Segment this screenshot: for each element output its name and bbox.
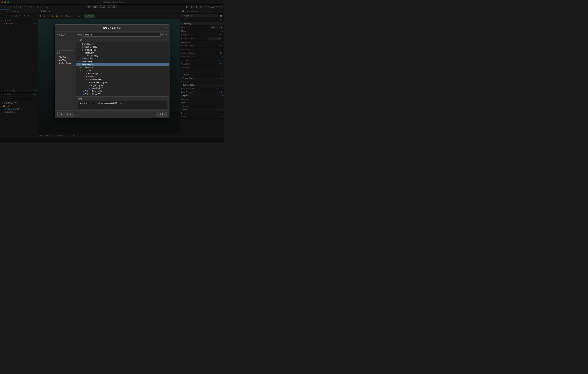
rb-node-label: RigidBody: [85, 52, 94, 54]
expand-arrow: ▾: [79, 67, 80, 68]
physicsbody-icon: ○: [80, 43, 81, 45]
node-tree: ▾ ○ PhysicsBody ♦ KinematicBody ♦ Physic…: [76, 42, 169, 96]
pb2d-label: PhysicsBody2D: [89, 78, 103, 81]
sb2d-label: StaticBody2D: [91, 87, 103, 89]
description-panel: 説明: Node that represents collision shape…: [76, 96, 169, 110]
modal-body: お気に入り: 最近: ♦ RigidBody ■ CSGBox ○ Collis…: [55, 32, 169, 110]
node2d-label: Node2D: [84, 69, 91, 72]
kinematic-icon: ♦: [82, 46, 83, 48]
canvas-label: CanvasItem: [83, 66, 93, 69]
node-staticbody[interactable]: ■ StaticBody: [76, 57, 169, 60]
modal-overlay: Node を新規作成 ✕ お気に入り: 最近: ♦ RigidBody ■ CS…: [0, 0, 224, 142]
recent-rb-icon: ♦: [57, 56, 58, 58]
node-rigidbody2d[interactable]: ○ RigidBody2D: [76, 84, 169, 87]
expand-arrow: ▾: [79, 43, 80, 45]
node-physicsbody[interactable]: ▾ ○ PhysicsBody: [76, 43, 169, 45]
recent-cs-icon: ○: [57, 62, 59, 64]
static-label: StaticBody: [84, 58, 93, 60]
static-icon: ■: [82, 58, 83, 60]
node2d-icon: ○: [82, 69, 83, 72]
area2d-label: Area2D: [88, 75, 94, 78]
collpoly-label: CollisionPolygon: [79, 61, 94, 63]
node-collshape2d[interactable]: ■ CollisionShape2D: [76, 93, 169, 96]
match-label: 一致:: [76, 38, 169, 42]
node-node2d[interactable]: ▾ ○ Node2D: [76, 69, 169, 72]
node-canvasitem[interactable]: ▾ ✏ CanvasItem: [76, 66, 169, 69]
cs2d-label: CollisionShape2D: [85, 93, 100, 95]
kb2d-icon: ♦: [89, 81, 90, 84]
expand-arrow: ▾: [82, 52, 83, 54]
physbone-icon: ♦: [82, 49, 83, 51]
vehicle-label: VehicleBody: [87, 55, 98, 57]
sb2d-icon: ■: [89, 87, 90, 89]
node-vehiclebody[interactable]: ♦ VehicleBody: [76, 54, 169, 57]
recent-label: 最近:: [57, 52, 74, 54]
rb2d-label: RigidBody2D: [91, 84, 103, 86]
node-collisionshape[interactable]: ○ CollisionShape: [76, 63, 169, 66]
recent-csg-label: CSGBox: [59, 59, 66, 61]
cancel-button[interactable]: キャンセル: [57, 112, 74, 117]
search-row: 検索: ✕ ☆: [76, 32, 169, 38]
recent-cs-label: CollisionShape: [59, 62, 71, 64]
physbone-label: PhysicalBone: [84, 49, 96, 51]
modal-left: お気に入り: 最近: ♦ RigidBody ■ CSGBox ○ Collis…: [55, 32, 76, 110]
desc-text: Node that represents collision shape dat…: [78, 101, 167, 109]
recent-csg-icon: ■: [57, 59, 59, 61]
area2d-icon: ♦: [86, 75, 87, 78]
node-rigidbody[interactable]: ▾ ♦ RigidBody: [76, 51, 169, 54]
kb2d-label: KinematicBody2D: [91, 81, 107, 84]
search-label: 検索:: [78, 33, 82, 36]
node-staticbody2d[interactable]: ■ StaticBody2D: [76, 87, 169, 90]
recent-collisionshape[interactable]: ○ CollisionShape: [57, 62, 74, 64]
search-star-btn[interactable]: ☆: [165, 33, 167, 36]
recent-csgbox[interactable]: ■ CSGBox: [57, 59, 74, 62]
node-collisionpolygon[interactable]: ■ CollisionPolygon: [76, 60, 169, 63]
expand-arrow: ▾: [86, 78, 87, 80]
rb-node-icon: ♦: [84, 52, 84, 54]
expand-arrow: ▾: [83, 73, 84, 74]
vehicle-icon: ♦: [85, 55, 86, 57]
node-kinematic2d[interactable]: ♦ KinematicBody2D: [76, 81, 169, 84]
modal-title: Node を新規作成: [103, 27, 121, 30]
collshape-icon: ○: [77, 64, 79, 66]
node-collpoly2d[interactable]: ■ CollisionPolygon2D: [76, 90, 169, 93]
search-clear-btn[interactable]: ✕: [162, 33, 164, 36]
create-node-modal: Node を新規作成 ✕ お気に入り: 最近: ♦ RigidBody ■ CS…: [55, 24, 169, 118]
cp2d-label: CollisionPolygon2D: [85, 90, 102, 92]
cs2d-icon: ■: [83, 93, 84, 95]
recent-rigidbody[interactable]: ♦ RigidBody: [57, 56, 74, 59]
pb2d-icon: ○: [87, 78, 89, 81]
desc-label: 説明:: [78, 98, 167, 100]
kinematic-label: KinematicBody: [84, 46, 97, 48]
modal-close-button[interactable]: ✕: [165, 26, 167, 30]
rb2d-icon: ○: [89, 84, 90, 86]
collobj2d-label: CollisionObject2D: [86, 72, 102, 75]
favorites-label: お気に入り:: [57, 34, 74, 36]
modal-header: Node を新規作成 ✕: [55, 25, 169, 32]
search-input[interactable]: [84, 33, 161, 37]
cp2d-icon: ■: [83, 90, 84, 92]
node-collobj2d[interactable]: ▾ ○ CollisionObject2D: [76, 72, 169, 75]
collpoly-icon: ■: [77, 61, 79, 63]
canvas-icon: ✏: [80, 66, 82, 69]
node-area2d[interactable]: ♦ Area2D: [76, 75, 169, 78]
node-physicsbody2d[interactable]: ▾ ○ PhysicsBody2D: [76, 78, 169, 81]
collobj2d-icon: ○: [84, 72, 85, 75]
modal-footer: キャンセル 作成: [55, 110, 169, 118]
collshape-label: CollisionShape: [79, 64, 93, 66]
physicsbody-label: PhysicsBody: [82, 43, 94, 45]
create-button[interactable]: 作成: [156, 112, 167, 117]
recent-rb-label: RigidBody: [59, 56, 67, 58]
modal-right: 検索: ✕ ☆ 一致: ▾ ○ PhysicsBody ♦ Kinematic: [76, 32, 169, 110]
expand-arrow: ▾: [80, 70, 81, 71]
node-physicalbone[interactable]: ♦ PhysicalBone: [76, 48, 169, 51]
node-kinematicbody[interactable]: ♦ KinematicBody: [76, 45, 169, 48]
